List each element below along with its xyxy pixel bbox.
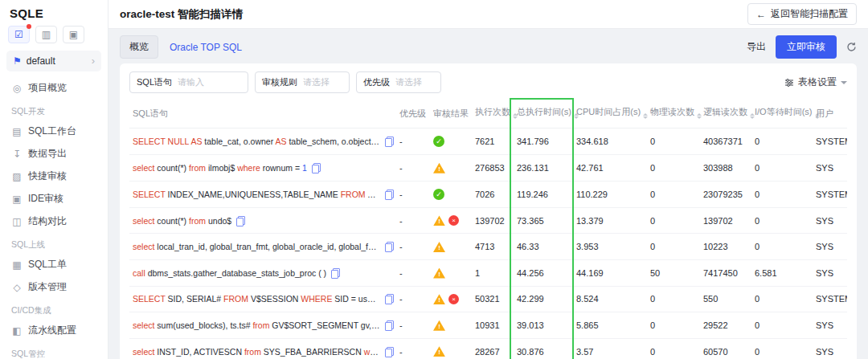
cell-cpu_time: 110.229 xyxy=(573,181,647,207)
copy-icon[interactable] xyxy=(236,216,244,226)
toolbar: 概览 Oracle TOP SQL 导出 立即审核 xyxy=(120,35,857,59)
cell-user: SYS xyxy=(813,155,847,182)
cell-logical_reads: 7417450 xyxy=(700,259,751,286)
sql-statement: select count(*) from ilmobj$ where rownu… xyxy=(133,163,393,173)
cell-audit-result: × xyxy=(430,286,472,312)
cell-logical_reads: 10223 xyxy=(700,234,751,260)
cell-priority: - xyxy=(396,312,430,339)
app-logo: SQLE xyxy=(6,5,101,26)
table-row[interactable]: select INST_ID, ACTIVESCN from SYS_FBA_B… xyxy=(129,338,847,359)
cell-priority: - xyxy=(396,338,430,359)
back-to-scan-config-button[interactable]: ← 返回智能扫描配置 xyxy=(747,3,857,25)
col-io_wait[interactable]: I/O等待时间(s) xyxy=(751,100,813,129)
cell-sql: SELECT INDEX_NAME,UNIQUENESS,TABLE_NAME … xyxy=(129,181,396,207)
col-cpu_time[interactable]: CPU时间占用(s) xyxy=(573,100,647,129)
top-sql-card: SQL语句 请输入 审核规则 请选择 优先级 请选择 表格设置 xyxy=(120,63,857,359)
table-row[interactable]: select count(*) from ilmobj$ where rownu… xyxy=(129,155,847,182)
ide-audit-icon: ▣ xyxy=(11,194,23,205)
cell-total_time: 341.796 xyxy=(514,129,573,155)
table-row[interactable]: select sum(used_blocks), ts.ts# from GV$… xyxy=(129,312,847,339)
content: 概览 Oracle TOP SQL 导出 立即审核 SQL语句 请输入 审核规则 xyxy=(108,29,868,359)
copy-icon[interactable] xyxy=(385,294,393,304)
tab-overview[interactable]: 概览 xyxy=(120,35,158,59)
sidebar-item-quick-audit[interactable]: ▨快捷审核 xyxy=(6,165,101,187)
col-audit: 审核结果 xyxy=(430,100,472,129)
table-row[interactable]: select local_tran_id, global_tran_fmt, g… xyxy=(129,234,847,260)
warn-icon xyxy=(433,294,445,304)
sidebar-item-sql-workbench[interactable]: ▤SQL工作台 xyxy=(6,120,101,142)
sql-text: SELECT NULL AS table_cat, o.owner AS tab… xyxy=(133,137,380,146)
column-label: I/O等待时间(s) xyxy=(755,107,813,116)
table-row[interactable]: call dbms_stats.gather_database_stats_jo… xyxy=(129,259,847,286)
warn-icon xyxy=(433,215,445,226)
sort-down-icon xyxy=(697,116,702,121)
sql-text: select count(*) from undo$ xyxy=(133,216,231,226)
table-row[interactable]: SELECT INDEX_NAME,UNIQUENESS,TABLE_NAME … xyxy=(129,181,847,207)
bar-chart-icon[interactable]: ▥ xyxy=(35,26,57,43)
table-row[interactable]: select count(*) from undo$-×13970273.365… xyxy=(129,207,847,234)
cell-logical_reads: 23079235 xyxy=(700,181,751,207)
cell-user: SYSTEM xyxy=(813,129,847,155)
cell-io_wait: 0 xyxy=(751,286,813,312)
sidebar-item-version-manage[interactable]: ◇版本管理 xyxy=(6,276,101,298)
export-button[interactable]: 导出 xyxy=(747,40,766,54)
copy-icon[interactable] xyxy=(385,190,393,199)
cell-physical_reads: 0 xyxy=(647,129,700,155)
cell-physical_reads: 0 xyxy=(647,234,700,260)
copy-icon[interactable] xyxy=(385,347,393,357)
refresh-icon[interactable] xyxy=(846,42,857,52)
sidebar-item-label: 数据导出 xyxy=(28,147,67,161)
column-label: 总执行时间(s) xyxy=(517,107,571,116)
copy-icon[interactable] xyxy=(385,137,393,146)
sidebar-item-sql-ticket[interactable]: ▦SQL工单 xyxy=(6,254,101,275)
cell-user: SYS xyxy=(813,234,847,260)
sql-statement: select local_tran_id, global_tran_fmt, g… xyxy=(133,242,393,251)
cell-audit-result xyxy=(430,155,472,182)
priority-filter-select[interactable]: 优先级 请选择 xyxy=(356,71,441,93)
cell-io_wait: 0 xyxy=(751,181,813,207)
sql-text: select sum(used_blocks), ts.ts# from GV$… xyxy=(133,320,380,330)
cell-total_time: 42.299 xyxy=(514,286,573,312)
sql-text: select count(*) from ilmobj$ where rownu… xyxy=(133,163,307,173)
pipeline-config-icon: ◧ xyxy=(11,325,23,337)
col-exec_count[interactable]: 执行次数 xyxy=(472,100,514,129)
copy-icon[interactable] xyxy=(331,268,339,278)
table-settings-button[interactable]: 表格设置 xyxy=(784,75,847,89)
top-sql-table: SQL语句优先级审核结果执行次数总执行时间(s)CPU时间占用(s)物理读次数逻… xyxy=(129,100,847,359)
sort-up-icon xyxy=(643,111,648,116)
cell-exec_count: 1 xyxy=(472,259,514,286)
sql-filter-input[interactable]: SQL语句 请输入 xyxy=(129,71,248,93)
sort-icon[interactable] xyxy=(697,111,702,121)
cell-io_wait: 0 xyxy=(751,312,813,339)
workbook-icon[interactable]: ▣ xyxy=(63,26,84,43)
cell-logical_reads: 550 xyxy=(700,286,751,312)
sort-icon[interactable] xyxy=(643,111,648,121)
copy-icon[interactable] xyxy=(385,242,393,251)
cell-io_wait: 0 xyxy=(751,234,813,260)
cell-sql: SELECT NULL AS table_cat, o.owner AS tab… xyxy=(129,129,396,155)
sidebar-item-project-overview[interactable]: ◎ 项目概览 xyxy=(6,77,101,99)
warn-icon xyxy=(433,346,445,357)
column-label: SQL语句 xyxy=(133,108,168,118)
table-row[interactable]: SELECT SID, SERIAL# FROM V$SESSION WHERE… xyxy=(129,286,847,312)
project-selector[interactable]: ⚑ default › xyxy=(6,51,101,71)
error-icon: × xyxy=(448,294,459,304)
col-logical_reads[interactable]: 逻辑读次数 xyxy=(700,100,751,129)
copy-icon[interactable] xyxy=(385,320,393,330)
audit-now-button[interactable]: 立即审核 xyxy=(776,35,837,59)
tab-oracle-top-sql[interactable]: Oracle TOP SQL xyxy=(168,38,244,57)
sidebar-item-ide-audit[interactable]: ▣IDE审核 xyxy=(6,188,101,210)
project-flag-icon: ⚑ xyxy=(13,55,22,67)
col-total_time[interactable]: 总执行时间(s) xyxy=(514,100,573,129)
audit-list-icon[interactable]: ☑ xyxy=(8,26,30,43)
audit-rule-filter-select[interactable]: 审核规则 请选择 xyxy=(255,71,350,93)
table-row[interactable]: SELECT NULL AS table_cat, o.owner AS tab… xyxy=(129,129,847,155)
copy-icon[interactable] xyxy=(312,163,320,173)
col-physical_reads[interactable]: 物理读次数 xyxy=(647,100,700,129)
sidebar-item-data-export[interactable]: ↧数据导出 xyxy=(6,143,101,165)
back-arrow-icon: ← xyxy=(756,9,766,20)
sidebar-item-pipeline-config[interactable]: ◧流水线配置 xyxy=(6,320,101,341)
sidebar-item-schema-compare[interactable]: ◫结构对比 xyxy=(6,210,101,232)
sql-text: SELECT INDEX_NAME,UNIQUENESS,TABLE_NAME … xyxy=(133,190,380,199)
sidebar-section-label: SQL上线 xyxy=(6,233,101,253)
